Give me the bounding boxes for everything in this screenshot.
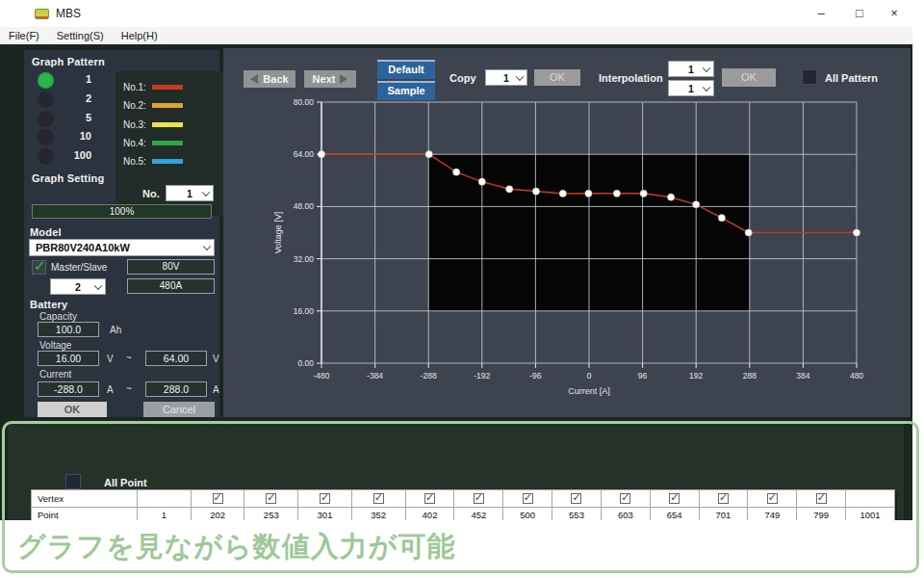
next-button[interactable]: Next — [304, 70, 356, 88]
title-bar: MBS – □ × — [0, 0, 912, 27]
chart-point[interactable] — [559, 190, 566, 197]
graph-setting-no-select[interactable]: 1 — [166, 185, 214, 201]
chart-point[interactable] — [667, 194, 674, 200]
interpolation-ok-button[interactable]: OK — [722, 68, 776, 87]
app-window: MBS – □ × File(F) Setting(S) Help(H) Gra… — [0, 0, 912, 520]
current-max-input[interactable]: 288.0 — [145, 381, 207, 397]
graph-setting-title: Graph Setting — [32, 172, 104, 184]
chart-panel: -480-384-288-192-960961922883844800.0016… — [223, 48, 911, 417]
vertex-checkbox[interactable] — [523, 493, 533, 504]
all-pattern-label: All Pattern — [825, 72, 878, 84]
vertex-checkbox[interactable] — [571, 493, 581, 504]
master-slave-checkbox[interactable] — [32, 260, 46, 275]
chart-point[interactable] — [453, 169, 460, 175]
vertex-checkbox[interactable] — [816, 493, 827, 504]
x-tick-label: -288 — [421, 371, 437, 381]
voltage-max-input[interactable]: 64.00 — [145, 351, 207, 366]
chart-point[interactable] — [745, 229, 752, 236]
pattern-radio-10[interactable] — [38, 129, 54, 145]
caption-area: グラフを見ながら数値入力が可能 — [0, 520, 924, 578]
chart-point[interactable] — [532, 188, 539, 195]
legend-row: No.3: — [123, 117, 234, 135]
x-tick-label: 96 — [638, 371, 648, 381]
caption-text: グラフを見ながら数値入力が可能 — [17, 528, 455, 566]
pattern-radio-row[interactable]: 100 — [38, 147, 91, 167]
minimize-button[interactable]: – — [807, 4, 835, 23]
copy-count-select[interactable]: 1 — [485, 69, 527, 86]
vertex-cell — [454, 490, 503, 508]
vertex-checkbox[interactable] — [767, 493, 778, 504]
chart-point[interactable] — [853, 229, 860, 236]
chart-point[interactable] — [693, 201, 700, 208]
model-title: Model — [30, 226, 62, 238]
pattern-radio-row[interactable]: 1 — [38, 71, 91, 91]
chevron-down-icon — [203, 243, 211, 250]
master-slave-label: Master/Slave — [51, 262, 107, 273]
vertex-checkbox[interactable] — [620, 493, 630, 504]
model-select[interactable]: PBR80V240A10kW — [29, 239, 215, 256]
chevron-down-icon — [202, 188, 210, 196]
pattern-radio-5[interactable] — [38, 111, 54, 127]
all-point-checkbox[interactable] — [65, 474, 81, 489]
unit-count-select[interactable]: 2 — [50, 278, 106, 295]
chart-point[interactable] — [318, 151, 324, 158]
vertex-checkbox[interactable] — [718, 493, 729, 504]
all-pattern-checkbox[interactable] — [802, 69, 817, 85]
menu-file[interactable]: File(F) — [0, 30, 48, 41]
current-min-input[interactable]: -288.0 — [38, 381, 99, 397]
copy-ok-button[interactable]: OK — [534, 69, 580, 86]
battery-ok-button[interactable]: OK — [38, 402, 107, 417]
vertex-checkbox[interactable] — [320, 493, 330, 504]
legend-color-bar — [152, 122, 183, 127]
window-title: MBS — [56, 7, 81, 20]
chart-point[interactable] — [718, 215, 725, 222]
legend-row: No.2: — [123, 97, 234, 116]
voltage-tilde: ~ — [126, 353, 132, 363]
menu-help[interactable]: Help(H) — [113, 30, 167, 41]
pattern-radio-2[interactable] — [38, 92, 54, 108]
interpolation-select-1[interactable]: 1 — [668, 61, 714, 77]
pattern-radio-row[interactable]: 2 — [38, 91, 91, 110]
x-tick-label: 384 — [796, 371, 809, 381]
chart-point[interactable] — [506, 186, 513, 193]
vertex-checkbox[interactable] — [373, 493, 384, 504]
sample-button[interactable]: Sample — [377, 81, 435, 100]
close-button[interactable]: × — [880, 4, 909, 23]
maximize-button[interactable]: □ — [845, 4, 874, 23]
pattern-radio-row[interactable]: 5 — [38, 110, 91, 129]
x-tick-label: -192 — [474, 371, 490, 381]
interpolation-select-2[interactable]: 1 — [668, 80, 714, 96]
vertex-checkbox[interactable] — [424, 493, 435, 504]
battery-title: Battery — [30, 299, 67, 310]
voltage-min-input[interactable]: 16.00 — [38, 351, 99, 366]
vertex-checkbox[interactable] — [213, 493, 223, 504]
chart-point[interactable] — [640, 190, 647, 197]
capacity-input[interactable]: 100.0 — [38, 322, 99, 337]
pattern-radio-row[interactable]: 10 — [38, 128, 91, 147]
battery-cancel-button[interactable]: Cancel — [143, 402, 215, 417]
menu-setting[interactable]: Setting(S) — [48, 30, 113, 41]
vertex-cell — [552, 490, 602, 508]
vertex-cell — [503, 490, 552, 508]
default-button[interactable]: Default — [377, 60, 435, 79]
table-row-label: Vertex — [32, 490, 138, 508]
chevron-down-icon — [516, 72, 524, 80]
vertex-checkbox[interactable] — [266, 493, 276, 504]
vertex-checkbox[interactable] — [669, 493, 680, 504]
vertex-checkbox[interactable] — [474, 493, 484, 504]
graph-setting-no-value: 1 — [187, 188, 192, 199]
voltage-current-chart[interactable]: -480-384-288-192-960961922883844800.0016… — [223, 48, 911, 417]
back-button[interactable]: Back — [244, 70, 295, 88]
chart-point[interactable] — [585, 190, 592, 197]
pattern-radio-100[interactable] — [38, 148, 54, 165]
vertex-cell — [351, 490, 405, 508]
arrow-right-icon — [340, 74, 347, 84]
main-area: Graph Pattern 12510100 No.1:No.2:No.3:No… — [0, 44, 912, 520]
chart-point[interactable] — [613, 190, 620, 197]
chart-point[interactable] — [478, 178, 485, 185]
chart-point[interactable] — [425, 151, 432, 158]
interpolation-value-1: 1 — [688, 64, 694, 75]
vertex-cell — [191, 490, 244, 508]
pattern-radio-1[interactable] — [38, 72, 54, 89]
y-tick-label: 0.00 — [297, 358, 314, 368]
